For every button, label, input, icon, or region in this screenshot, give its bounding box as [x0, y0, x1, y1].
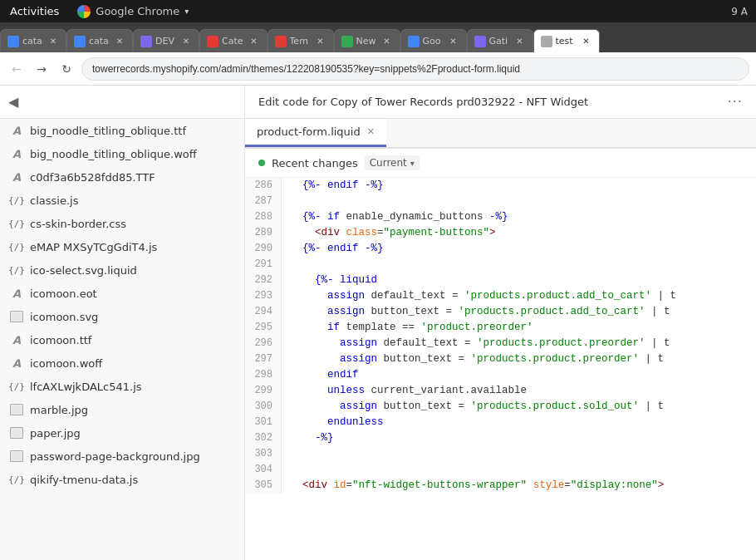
code-file-icon: {/}: [10, 380, 23, 393]
font-file-icon: A: [10, 124, 23, 137]
line-number: 299: [245, 383, 282, 399]
line-content[interactable]: [282, 257, 297, 273]
line-number: 303: [245, 446, 282, 462]
browser-tab-tem[interactable]: Tem ✕: [268, 29, 334, 52]
sidebar-item[interactable]: {/}lfcAXLwjkDALc541.js: [0, 375, 244, 398]
sidebar-item-label: icomoon.eot: [30, 287, 97, 300]
sidebar-item-label: classie.js: [30, 194, 78, 207]
time-display: 9 A: [731, 6, 756, 17]
file-tab-product-form[interactable]: product-form.liquid ✕: [245, 119, 386, 147]
current-dropdown-button[interactable]: Current ▾: [365, 155, 420, 170]
tab-close-icon[interactable]: ✕: [581, 36, 592, 47]
tab-label: DEV: [155, 36, 175, 47]
tab-close-icon[interactable]: ✕: [514, 36, 526, 47]
line-content[interactable]: {%- if enable_dynamic_buttons -%}: [282, 209, 508, 225]
line-content[interactable]: {%- liquid: [282, 273, 377, 288]
browser-tab-goo[interactable]: Goo ✕: [400, 29, 467, 52]
browser-tab-new[interactable]: New ✕: [334, 29, 400, 52]
address-input[interactable]: [81, 57, 749, 81]
line-number: 293: [245, 288, 282, 304]
code-line: 297 assign button_text = 'products.produ…: [245, 351, 756, 367]
line-content[interactable]: assign default_text = 'products.product.…: [282, 288, 676, 304]
line-content[interactable]: endunless: [282, 415, 384, 430]
line-content[interactable]: {%- endif -%}: [282, 241, 384, 257]
tab-close-icon[interactable]: ✕: [248, 36, 260, 47]
line-content[interactable]: assign button_text = 'products.product.p…: [282, 351, 664, 367]
line-number: 291: [245, 257, 282, 273]
sidebar-item[interactable]: {/}qikify-tmenu-data.js: [0, 468, 244, 491]
line-content[interactable]: [282, 446, 297, 462]
line-number: 290: [245, 241, 282, 257]
recent-changes-bar: Recent changes Current ▾: [245, 149, 756, 178]
more-options-button[interactable]: ···: [728, 94, 743, 110]
line-content[interactable]: <div id="nft-widget-buttons-wrapper" sty…: [282, 478, 664, 494]
tab-close-icon[interactable]: ✕: [114, 36, 125, 47]
line-content[interactable]: assign button_text = 'products.product.a…: [282, 304, 670, 320]
tab-favicon: [74, 36, 86, 47]
line-content[interactable]: -%}: [282, 430, 334, 446]
back-button[interactable]: ←: [7, 59, 27, 79]
sidebar-item[interactable]: password-page-background.jpg: [0, 445, 244, 468]
browser-tab-cata1[interactable]: cata ✕: [0, 29, 66, 52]
sidebar-item-label: password-page-background.jpg: [30, 450, 200, 463]
line-content[interactable]: {%- endif -%}: [282, 178, 384, 194]
line-number: 288: [245, 209, 282, 225]
reload-button[interactable]: ↻: [56, 59, 76, 79]
tab-label: New: [356, 36, 376, 47]
code-file-icon: {/}: [10, 263, 23, 277]
sidebar-item[interactable]: icomoon.svg: [0, 305, 244, 328]
browser-tab-test[interactable]: test ✕: [533, 29, 600, 52]
line-content[interactable]: if template == 'product.preorder': [282, 320, 533, 336]
sidebar-item[interactable]: paper.jpg: [0, 421, 244, 445]
sidebar-back-icon[interactable]: ◀: [8, 94, 18, 110]
tab-close-icon[interactable]: ✕: [47, 36, 59, 47]
tab-label: Cate: [222, 36, 243, 47]
line-number: 287: [245, 194, 282, 209]
sidebar-header: ◀: [0, 86, 244, 119]
sidebar-item[interactable]: {/}ico-select.svg.liquid: [0, 258, 244, 282]
line-content[interactable]: [282, 194, 297, 209]
code-line: 301 endunless: [245, 415, 756, 430]
browser-tab-cata2[interactable]: cata ✕: [66, 29, 133, 52]
image-file-icon: [10, 403, 23, 416]
file-tab-close-icon[interactable]: ✕: [367, 126, 375, 137]
line-content[interactable]: assign button_text = 'products.product.s…: [282, 399, 664, 415]
tab-favicon: [408, 36, 420, 47]
code-editor[interactable]: 286 {%- endif -%}287 288 {%- if enable_d…: [245, 178, 756, 560]
sidebar-item[interactable]: {/}cs-skin-border.css: [0, 212, 244, 235]
line-content[interactable]: [282, 462, 297, 478]
sidebar-item[interactable]: Aicomoon.eot: [0, 282, 244, 305]
sidebar-item-label: big_noodle_titling_oblique.ttf: [30, 125, 186, 137]
tab-close-icon[interactable]: ✕: [180, 36, 192, 47]
browser-tab-dev[interactable]: DEV ✕: [133, 29, 199, 52]
code-line: 303: [245, 446, 756, 462]
sidebar-item[interactable]: {/}classie.js: [0, 189, 244, 212]
browser-tab-gati[interactable]: Gati ✕: [467, 29, 533, 52]
sidebar-item-label: c0df3a6b528fdd85.TTF: [30, 171, 155, 184]
line-content[interactable]: endif: [282, 367, 359, 383]
line-content[interactable]: unless current_variant.available: [282, 383, 527, 399]
editor-title: Edit code for Copy of Tower Records prd0…: [258, 96, 721, 108]
forward-button[interactable]: →: [32, 59, 52, 79]
tab-close-icon[interactable]: ✕: [315, 36, 326, 47]
tab-close-icon[interactable]: ✕: [448, 36, 459, 47]
browser-tabs-bar: cata ✕ cata ✕ DEV ✕ Cate ✕ Tem ✕ New ✕ G…: [0, 22, 756, 52]
tab-label: cata: [22, 36, 42, 47]
tab-close-icon[interactable]: ✕: [381, 36, 393, 47]
line-number: 300: [245, 399, 282, 415]
activities-button[interactable]: Activities: [0, 0, 69, 22]
browser-tab-cate[interactable]: Cate ✕: [199, 29, 268, 52]
line-content[interactable]: assign default_text = 'products.product.…: [282, 336, 670, 351]
line-number: 305: [245, 478, 282, 494]
sidebar-item[interactable]: Aicomoon.woff: [0, 351, 244, 375]
sidebar-item-label: cs-skin-border.css: [30, 218, 126, 230]
sidebar-item[interactable]: Aicomoon.ttf: [0, 328, 244, 351]
line-content[interactable]: <div class="payment-buttons">: [282, 225, 496, 241]
sidebar-item[interactable]: {/}eMAP MXSyTCgGdiT4.js: [0, 235, 244, 258]
sidebar-item[interactable]: Abig_noodle_titling_oblique.woff: [0, 142, 244, 165]
tab-label: Tem: [290, 36, 310, 47]
sidebar-item[interactable]: Abig_noodle_titling_oblique.ttf: [0, 119, 244, 142]
line-number: 301: [245, 415, 282, 430]
sidebar-item[interactable]: Ac0df3a6b528fdd85.TTF: [0, 165, 244, 189]
sidebar-item[interactable]: marble.jpg: [0, 398, 244, 421]
